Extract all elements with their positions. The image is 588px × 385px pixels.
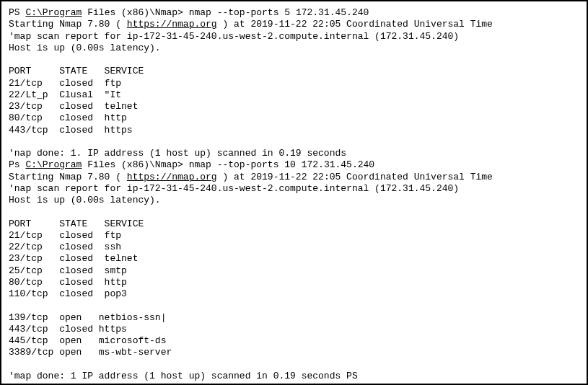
report-line: 'map scan report for ip-172-31-45-240.us… (9, 31, 579, 43)
starting-line-2: Starting Nmap 7.80 ( https://nmap.org ) … (9, 172, 579, 183)
prompt-line-3[interactable]: C:\Program Files (x86)\Nmap> (9, 382, 579, 385)
port-row: 443/tcp closed https (9, 125, 579, 136)
starting-post: ) at 2019-11-22 22:05 Coordinated Univer… (217, 19, 493, 30)
port-table-header: PORT STATE SERVICE (9, 218, 579, 230)
prompt-rest: Files (x86)\Nmap> (65, 382, 166, 385)
nmap-url[interactable]: https://nmap.org (127, 19, 217, 30)
prompt-rest: Files (x86)\Nmap> (82, 159, 188, 170)
port-row: 23/tcp closed telnet (9, 101, 579, 112)
host-up-line: Host is up (0.00s latency). (9, 43, 579, 54)
starting-line-1: Starting Nmap 7.80 ( https://nmap.org ) … (9, 19, 579, 30)
starting-pre: Starting Nmap 7.80 ( (9, 19, 127, 30)
scan-done-line: 'map done: 1 IP address (1 host up) scan… (9, 371, 579, 382)
port-row: 23/tcp closed telnet (9, 253, 579, 265)
port-row: 3389/tcp open ms-wbt-server (9, 347, 579, 358)
blank-line (9, 359, 579, 371)
prompt-ps: PS (9, 7, 25, 18)
port-row: 21/tcp closed ftp (9, 78, 579, 89)
prompt-rest: Files (x86)\Nmap> (82, 7, 188, 18)
scan-done-line: 'nap done: 1. IP address (1 host up) sca… (9, 148, 579, 159)
port-row: 22/tcp closed ssh (9, 242, 579, 253)
port-row: 25/tcp closed smtp (9, 265, 579, 277)
port-row: 21/tcp closed ftp (9, 230, 579, 242)
prompt-path: C:\Program (9, 382, 65, 385)
prompt-path: C:\Program (25, 7, 82, 18)
port-row: 443/tcp closed https (9, 324, 579, 335)
blank-line (9, 300, 579, 311)
port-row: 80/tcp closed http (9, 112, 579, 124)
command-text: nmap --top-ports 10 172.31.45.240 (189, 159, 374, 170)
port-row: 80/tcp closed http (9, 277, 579, 288)
host-up-line: Host is up (0.00s latency). (9, 195, 579, 206)
prompt-ps: Ps (9, 159, 25, 170)
nmap-url[interactable]: https://nmap.org (127, 172, 217, 182)
starting-post: ) at 2019-11-22 22:05 Coordinated Univer… (217, 172, 493, 182)
starting-pre: Starting Nmap 7.80 ( (9, 172, 127, 182)
port-row: 22/Lt_p Clusal "It (9, 89, 579, 101)
blank-line (9, 206, 579, 218)
port-table-header: PORT STATE SERVICE (9, 66, 579, 77)
port-row: 445/tcp open microsoft-ds (9, 335, 579, 347)
prompt-line-1[interactable]: PS C:\Program Files (x86)\Nmap> nmap --t… (9, 7, 579, 19)
command-text: nmap --top-ports 5 172.31.45.240 (189, 7, 369, 18)
prompt-path: C:\Program (25, 159, 82, 170)
blank-line (9, 136, 579, 148)
blank-line (9, 54, 579, 66)
port-row: 110/tcp closed pop3 (9, 288, 579, 300)
terminal-output: PS C:\Program Files (x86)\Nmap> nmap --t… (9, 7, 579, 385)
port-row: 139/tcp open netbios-ssn| (9, 312, 579, 324)
report-line: 'nap scan report for ip-172-31-45-240.us… (9, 183, 579, 195)
prompt-line-2[interactable]: Ps C:\Program Files (x86)\Nmap> nmap --t… (9, 159, 579, 171)
